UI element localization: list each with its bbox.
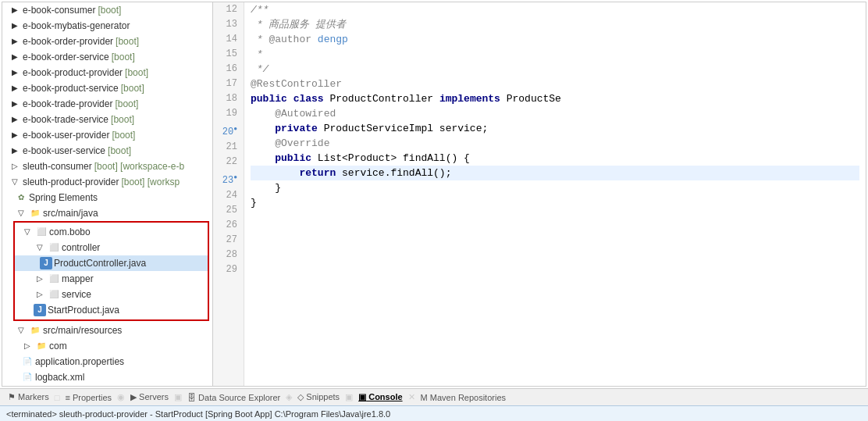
snippets-icon: ◇ (297, 392, 304, 401)
console-icon: ▣ (358, 392, 366, 401)
ln-21: 21 (219, 140, 237, 155)
folder-icon: 📁 (29, 207, 41, 219)
ln-23: 23● (219, 169, 237, 188)
project-icon: ▶ (9, 144, 21, 157)
code-line-26: } (251, 180, 859, 195)
code-content: /** * 商品服务 提供者 * @author dengp * */ @Res… (244, 2, 866, 386)
ln-19: 19 (219, 106, 237, 121)
sidebar-item-sleuth-consumer[interactable]: ▷ sleuth-consumer [boot] [workspace-e-b (2, 159, 212, 174)
sidebar-item-ebook-user-provider[interactable]: ▶ e-book-user-provider [boot] (2, 127, 212, 143)
ln-13: 13 (219, 17, 237, 32)
expand-icon: ▷ (34, 288, 46, 301)
project-icon: ▽ (9, 176, 21, 188)
sidebar-item-service[interactable]: ▷ ⬜ service (15, 287, 208, 302)
expand-icon: ▽ (34, 241, 46, 254)
sidebar-item-controller[interactable]: ▽ ⬜ controller (15, 240, 208, 255)
status-text: <terminated> sleuth-product-provider - S… (6, 409, 390, 419)
code-line-12: /** (251, 2, 859, 17)
properties-icon: ≡ (65, 393, 69, 402)
props-file-icon: 📄 (21, 355, 34, 368)
sidebar-item-src-test-java[interactable]: ▽ 📁 src/test/java (2, 385, 212, 386)
ln-26: 26 (219, 218, 237, 233)
code-line-24: public List<Product> findAll() { (251, 151, 859, 166)
markers-icon: ⚑ (8, 392, 16, 401)
sidebar-item-ebook-product-service[interactable]: ▶ e-book-product-service [boot] (2, 80, 212, 96)
sidebar-item-src-main-java[interactable]: ▽ 📁 src/main/java (2, 205, 212, 221)
expand-icon: ▽ (15, 207, 27, 219)
tab-servers[interactable]: ▶ Servers (126, 391, 173, 404)
tab-console[interactable]: ▣ Console (354, 391, 407, 404)
tab-data-source-explorer[interactable]: 🗄 Data Source Explorer (183, 391, 285, 404)
sidebar-item-ebook-user-service[interactable]: ▶ e-book-user-service [boot] (2, 143, 212, 159)
ln-22: 22 (219, 155, 237, 169)
sidebar-item-product-controller[interactable]: J ProductController.java (15, 255, 208, 271)
sidebar-item-ebook-order-provider[interactable]: ▶ e-book-order-provider [boot] (2, 34, 212, 49)
bottom-tabs-bar: ⚑ Markers □ ≡ Properties ◉ ▶ Servers ▣ 🗄… (0, 388, 868, 405)
sidebar-item-com-res[interactable]: ▷ 📁 com (2, 338, 212, 354)
ln-12: 12 (219, 2, 237, 17)
code-line-20: @Autowired (251, 106, 859, 121)
tab-maven-repositories[interactable]: M Maven Repositories (416, 391, 510, 404)
line-numbers: 12 13 14 15 16 17 18 19 20● 21 22 23● 24… (213, 2, 244, 386)
package-icon: ⬜ (48, 241, 60, 254)
status-line: <terminated> sleuth-product-provider - S… (0, 405, 868, 421)
sidebar-item-ebook-trade-service[interactable]: ▶ e-book-trade-service [boot] (2, 112, 212, 127)
project-icon: ▶ (9, 113, 21, 126)
ln-25: 25 (219, 203, 237, 218)
code-line-16: */ (251, 62, 859, 77)
sidebar-item-mapper[interactable]: ▷ ⬜ mapper (15, 271, 208, 287)
sidebar-item-ebook-trade-provider[interactable]: ▶ e-book-trade-provider [boot] (2, 96, 212, 112)
sidebar-item-ebook-mybatis[interactable]: ▶ e-book-mybatis-generator (2, 18, 212, 34)
ln-14: 14 (219, 32, 237, 47)
code-line-23: @Override (251, 136, 859, 151)
java-file-icon: J (40, 257, 52, 269)
folder-icon: 📁 (29, 324, 41, 337)
code-line-14: * @author dengp (251, 32, 859, 47)
project-icon: ▶ (9, 4, 21, 16)
project-icon: ▶ (9, 35, 21, 48)
sidebar-item-spring-elements[interactable]: ✿ Spring Elements (2, 190, 212, 205)
ln-16: 16 (219, 62, 237, 77)
expand-icon: ▽ (21, 226, 34, 238)
sidebar-item-ebook-product-provider[interactable]: ▶ e-book-product-provider [boot] (2, 65, 212, 80)
sidebar-item-logback[interactable]: 📄 logback.xml (2, 369, 212, 385)
code-line-28: } (251, 195, 859, 210)
sidebar-item-src-main-resources[interactable]: ▽ 📁 src/main/resources (2, 323, 212, 338)
code-line-13: * 商品服务 提供者 (251, 17, 859, 32)
expand-icon: ▽ (15, 324, 27, 337)
project-icon: ▶ (9, 20, 21, 32)
java-file-icon: J (34, 304, 46, 316)
sidebar-item-ebook-consumer[interactable]: ▶ e-book-consumer [boot] (2, 2, 212, 18)
ln-15: 15 (219, 47, 237, 62)
code-editor[interactable]: 12 13 14 15 16 17 18 19 20● 21 22 23● 24… (213, 2, 866, 386)
sidebar-item-application-props[interactable]: 📄 application.properties (2, 354, 212, 369)
tab-markers[interactable]: ⚑ Markers (3, 391, 54, 404)
servers-icon: ▶ (130, 392, 137, 401)
ln-29: 29 (219, 262, 237, 277)
xml-file-icon: 📄 (21, 371, 34, 384)
sidebar-item-ebook-order-service[interactable]: ▶ e-book-order-service [boot] (2, 49, 212, 65)
tab-properties[interactable]: ≡ Properties (60, 391, 116, 404)
code-line-17: @RestController (251, 77, 859, 91)
spring-icon: ✿ (15, 191, 27, 204)
sidebar-item-com-bobo[interactable]: ▽ ⬜ com.bobo (15, 224, 208, 240)
ln-27: 27 (219, 233, 237, 248)
expand-icon: ▷ (34, 273, 46, 285)
project-icon: ▷ (9, 160, 21, 173)
file-tree[interactable]: ▶ e-book-consumer [boot] ▶ e-book-mybati… (2, 2, 213, 386)
project-icon: ▶ (9, 51, 21, 63)
folder-icon: 📁 (35, 340, 48, 352)
sidebar-item-start-product[interactable]: J StartProduct.java (15, 302, 208, 318)
data-source-icon: 🗄 (187, 393, 196, 402)
project-icon: ▶ (9, 98, 21, 110)
project-icon: ▶ (9, 82, 21, 95)
project-icon: ▶ (9, 66, 21, 79)
sidebar-item-sleuth-product-provider[interactable]: ▽ sleuth-product-provider [boot] [worksp (2, 174, 212, 190)
ln-20: 20● (219, 121, 237, 140)
package-icon: ⬜ (48, 273, 60, 285)
code-line-25: return service.findAll(); (251, 166, 859, 180)
code-line-18: public class ProductController implement… (251, 91, 859, 106)
tab-snippets[interactable]: ◇ Snippets (293, 391, 344, 404)
ln-24: 24 (219, 188, 237, 203)
ln-28: 28 (219, 248, 237, 262)
